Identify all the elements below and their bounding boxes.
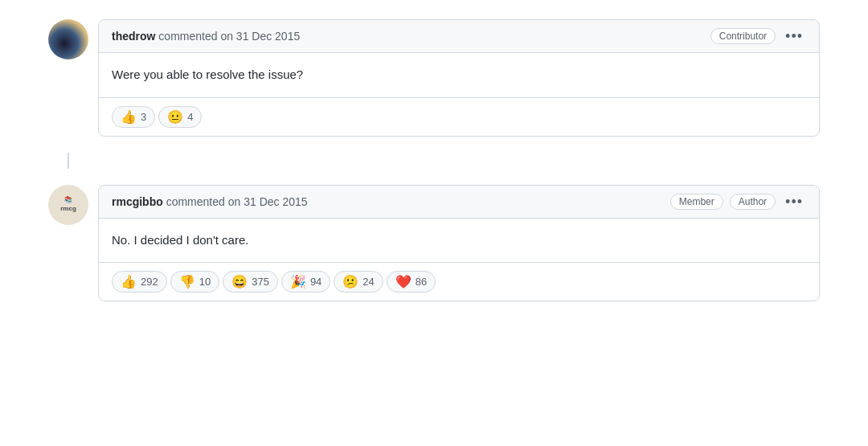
confused-count-2: 24 (362, 276, 374, 288)
avatar-rmcgibbo: 📚rmcg (48, 185, 88, 225)
avatar-thedrow (48, 19, 88, 59)
heart-emoji: ❤️ (395, 274, 411, 289)
reaction-party-2[interactable]: 🎉 94 (281, 271, 330, 293)
comment-reactions-1: 👍 3 😐 4 (99, 97, 819, 136)
comment-reactions-2: 👍 292 👎 10 😄 375 🎉 94 😕 24 (99, 262, 819, 301)
more-options-button-1[interactable]: ••• (782, 29, 806, 43)
comment-username-2[interactable]: rmcgibbo (112, 195, 163, 208)
party-count-2: 94 (310, 276, 321, 288)
party-emoji: 🎉 (290, 274, 306, 289)
avatar-text: 📚rmcg (60, 196, 76, 213)
reaction-thumbsup-1[interactable]: 👍 3 (112, 106, 155, 128)
heart-count-2: 86 (416, 276, 427, 288)
neutral-count-1: 4 (187, 111, 193, 123)
comment-text-2: No. I decided I don't care. (112, 233, 248, 247)
laugh-emoji: 😄 (231, 274, 248, 289)
comment-thread: thedrow commented on 31 Dec 2015 Contrib… (48, 19, 820, 301)
connector-line (68, 153, 69, 169)
reaction-thumbsdown-2[interactable]: 👎 10 (170, 271, 219, 293)
comment-body-2: No. I decided I don't care. (99, 219, 819, 263)
comment-row-1: thedrow commented on 31 Dec 2015 Contrib… (48, 19, 820, 137)
thumbsup-emoji: 👍 (121, 109, 137, 125)
thumbsdown-emoji: 👎 (179, 274, 195, 289)
comment-box-2: rmcgibbo commented on 31 Dec 2015 Member… (98, 185, 820, 302)
comment-row-2: 📚rmcg rmcgibbo commented on 31 Dec 2015 … (48, 185, 820, 302)
reaction-confused-2[interactable]: 😕 24 (334, 271, 383, 293)
reaction-heart-2[interactable]: ❤️ 86 (387, 271, 436, 293)
reaction-laugh-2[interactable]: 😄 375 (223, 271, 278, 293)
comment-meta-2: rmcgibbo commented on 31 Dec 2015 (112, 195, 664, 208)
badge-author: Author (730, 194, 776, 210)
comment-date-1: commented on 31 Dec 2015 (158, 30, 300, 43)
comment-date-2: commented on 31 Dec 2015 (166, 195, 308, 208)
thumbsup-count-1: 3 (141, 111, 146, 123)
laugh-count-2: 375 (252, 276, 269, 288)
comment-header-1: thedrow commented on 31 Dec 2015 Contrib… (99, 20, 819, 53)
thumbsup-count-2: 292 (141, 276, 158, 288)
neutral-emoji: 😐 (167, 109, 183, 125)
comment-username-1[interactable]: thedrow (112, 30, 155, 43)
comment-body-1: Were you able to resolve the issue? (99, 53, 819, 97)
badge-member: Member (670, 194, 723, 210)
comment-box-1: thedrow commented on 31 Dec 2015 Contrib… (98, 19, 820, 137)
thumbsdown-count-2: 10 (199, 276, 211, 288)
thumbsup-emoji-2: 👍 (121, 274, 137, 289)
comment-header-2: rmcgibbo commented on 31 Dec 2015 Member… (99, 186, 819, 219)
reaction-neutral-1[interactable]: 😐 4 (158, 106, 202, 128)
comment-text-1: Were you able to resolve the issue? (112, 68, 303, 81)
confused-emoji: 😕 (342, 274, 358, 289)
reaction-thumbsup-2[interactable]: 👍 292 (112, 271, 167, 293)
comment-meta-1: thedrow commented on 31 Dec 2015 (112, 30, 704, 43)
more-options-button-2[interactable]: ••• (782, 194, 806, 209)
badge-contributor: Contributor (710, 28, 776, 44)
